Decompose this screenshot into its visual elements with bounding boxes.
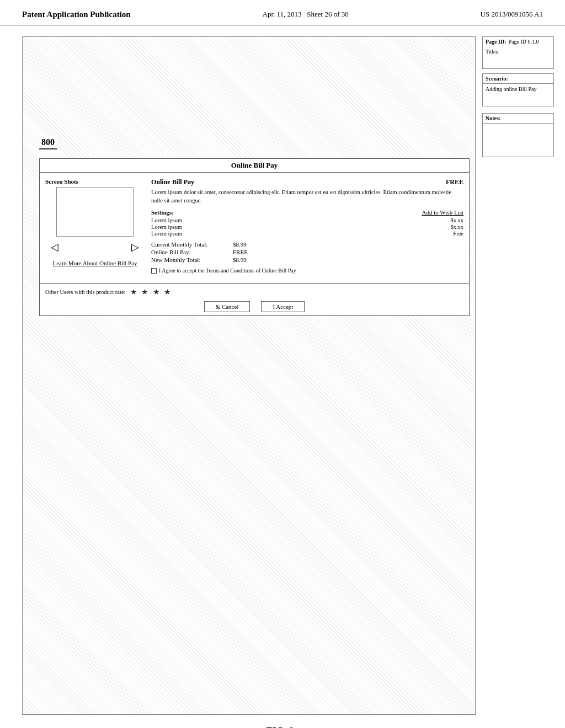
page-id-row: Page ID: Page ID 0.1.0 xyxy=(483,37,553,46)
modal-left-section: Screen Shots ◁ ▷ Learn More About Online… xyxy=(45,178,145,278)
right-sidebar: Page ID: Page ID 0.1.0 Titles Scenario: … xyxy=(482,36,554,715)
hatched-background: 800 Online Bill Pay Screen Shots ◁ ▷ xyxy=(23,37,475,714)
settings-item-3: Lorem ipsum Free xyxy=(151,231,463,237)
terms-text: I Agree to accept the Terms and Conditio… xyxy=(159,267,296,274)
current-monthly-total-label: Current Monthly Total: xyxy=(151,241,228,248)
notes-box: Notes: xyxy=(482,113,554,157)
screenshot-box xyxy=(56,187,134,237)
header-right: US 2013/0091056 A1 xyxy=(481,10,543,19)
settings-section: Settings: Add to Wish List Lorem ipsum $… xyxy=(151,209,463,237)
product-name: Online Bill Pay xyxy=(151,178,194,186)
cancel-button[interactable]: & Cancel xyxy=(204,301,250,312)
new-monthly-total-value: $8.99 xyxy=(233,256,247,263)
notes-content xyxy=(483,124,553,157)
header-left: Patent Application Publication xyxy=(22,10,131,19)
page-id-value: Page ID 0.1.0 xyxy=(509,39,539,45)
accept-button[interactable]: I Accept xyxy=(261,301,305,312)
learn-more-link[interactable]: Learn More About Online Bill Pay xyxy=(52,260,137,266)
screenshots-label: Screen Shots xyxy=(45,178,78,185)
other-users-label: Other Users with this product rate: xyxy=(45,289,126,295)
scenario-value: Adding online Bill Pay xyxy=(483,84,553,106)
modal-buttons-row: & Cancel I Accept xyxy=(45,301,463,312)
settings-item-1-name: Lorem ipsum xyxy=(151,217,182,223)
settings-item-2: Lorem ipsum $x.xx xyxy=(151,224,463,230)
modal-right-section: Online Bill Pay FREE Lorem ipsum dolor s… xyxy=(151,178,463,278)
settings-item-2-name: Lorem ipsum xyxy=(151,224,182,230)
settings-item-1-value: $x.xx xyxy=(450,217,463,223)
header-date: Apr. 11, 2013 xyxy=(263,10,302,18)
online-bill-pay-value: FREE xyxy=(233,249,248,255)
settings-item-3-name: Lorem ipsum xyxy=(151,231,182,237)
product-price: FREE xyxy=(446,178,463,186)
main-content: 800 Online Bill Pay Screen Shots ◁ ▷ xyxy=(0,25,565,720)
titles-content: Titles xyxy=(483,46,553,68)
new-monthly-total-row: New Monthly Total: $8.99 xyxy=(151,256,463,263)
scenario-label: Scenario: xyxy=(483,74,553,84)
modal-title-bar: Online Bill Pay xyxy=(40,159,469,173)
terms-row: I Agree to accept the Terms and Conditio… xyxy=(151,267,463,274)
new-monthly-total-label: New Monthly Total: xyxy=(151,256,228,263)
settings-item-3-value: Free xyxy=(453,231,463,237)
online-bill-pay-label: Online Bill Pay: xyxy=(151,249,228,255)
totals-section: Current Monthly Total: $8.99 Online Bill… xyxy=(151,241,463,263)
terms-checkbox[interactable] xyxy=(151,268,157,274)
modal-dialog: Online Bill Pay Screen Shots ◁ ▷ Learn M… xyxy=(39,158,470,316)
scenario-box: Scenario: Adding online Bill Pay xyxy=(482,73,554,106)
current-monthly-total-row: Current Monthly Total: $8.99 xyxy=(151,241,463,248)
left-panel: 800 Online Bill Pay Screen Shots ◁ ▷ xyxy=(22,36,476,715)
current-monthly-total-value: $8.99 xyxy=(233,241,247,248)
modal-footer: Other Users with this product rate: ★ ★ … xyxy=(40,283,469,315)
notes-label: Notes: xyxy=(483,114,553,124)
product-description: Lorem ipsum dolor sit amet, consectetur … xyxy=(151,189,463,205)
add-wishlist-link[interactable]: Add to Wish List xyxy=(422,209,463,216)
online-bill-pay-row: Online Bill Pay: FREE xyxy=(151,249,463,255)
nav-arrows: ◁ ▷ xyxy=(51,241,139,253)
settings-header-row: Settings: Add to Wish List xyxy=(151,209,463,216)
stars-rating: ★ ★ ★ ★ xyxy=(130,287,173,297)
header-center: Apr. 11, 2013 Sheet 26 of 30 xyxy=(263,10,349,19)
settings-item-1: Lorem ipsum $x.xx xyxy=(151,217,463,223)
page-id-box: Page ID: Page ID 0.1.0 Titles xyxy=(482,36,554,69)
product-header: Online Bill Pay FREE xyxy=(151,178,463,186)
settings-label: Settings: xyxy=(151,209,174,216)
next-arrow[interactable]: ▷ xyxy=(131,241,139,253)
other-users-row: Other Users with this product rate: ★ ★ … xyxy=(45,287,463,297)
header-sheet: Sheet 26 of 30 xyxy=(307,10,348,18)
figure-label: FIG. 8a xyxy=(0,726,565,728)
page-header: Patent Application Publication Apr. 11, … xyxy=(0,0,565,25)
prev-arrow[interactable]: ◁ xyxy=(51,241,58,253)
settings-item-2-value: $x.xx xyxy=(450,224,463,230)
modal-body: Screen Shots ◁ ▷ Learn More About Online… xyxy=(40,173,469,283)
diagram-number: 800 xyxy=(39,136,57,149)
page-id-label: Page ID: xyxy=(486,39,507,45)
